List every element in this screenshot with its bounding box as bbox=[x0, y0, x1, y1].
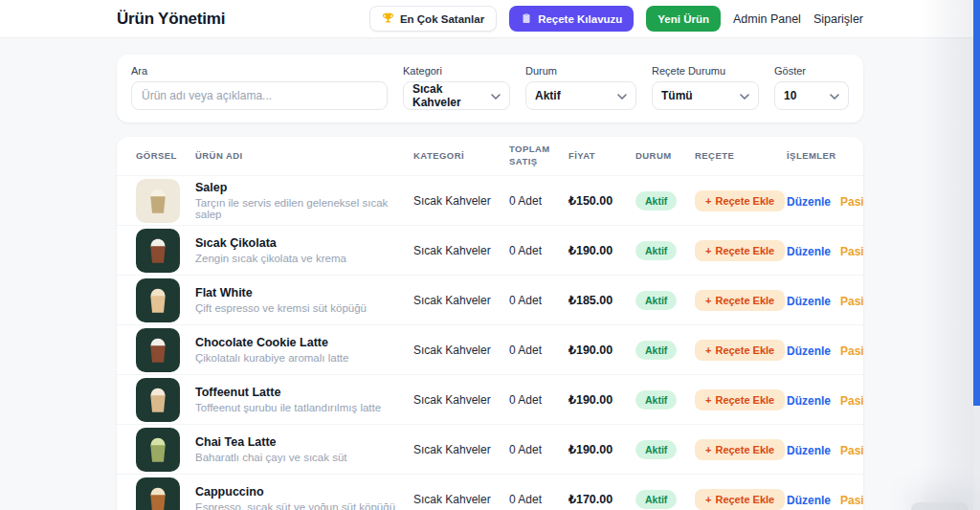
deactivate-link[interactable]: Pasif Yap bbox=[840, 494, 863, 507]
product-price: ₺190.00 bbox=[568, 243, 635, 257]
product-price: ₺150.00 bbox=[568, 193, 635, 208]
product-total-sales: 0 Adet bbox=[509, 443, 568, 456]
edit-link[interactable]: Düzenle bbox=[787, 394, 831, 408]
recipe-status-select[interactable]: Tümü bbox=[652, 81, 759, 110]
edit-link[interactable]: Düzenle bbox=[787, 245, 831, 258]
table-row: Toffeenut Latte Toffeenut şurubu ile tat… bbox=[117, 374, 863, 424]
plus-icon: + bbox=[705, 245, 711, 256]
add-recipe-button[interactable]: +Reçete Ekle bbox=[695, 240, 785, 261]
product-category: Sıcak Kahveler bbox=[413, 443, 509, 456]
corner-widget bbox=[911, 502, 969, 510]
column-header: KATEGORİ bbox=[413, 150, 509, 163]
product-category: Sıcak Kahveler bbox=[413, 344, 509, 357]
deactivate-link[interactable]: Pasif Yap bbox=[840, 394, 863, 408]
product-category: Sıcak Kahveler bbox=[413, 294, 509, 307]
new-product-button[interactable]: Yeni Ürün bbox=[646, 6, 721, 32]
orders-link[interactable]: Siparişler bbox=[813, 12, 863, 26]
product-price: ₺190.00 bbox=[568, 343, 635, 357]
product-name: Chai Tea Latte bbox=[195, 435, 413, 449]
status-badge: Aktif bbox=[635, 440, 677, 459]
column-header: FİYAT bbox=[568, 150, 635, 163]
best-sellers-button[interactable]: En Çok Satanlar bbox=[369, 6, 497, 32]
product-description: Toffeenut şurubu ile tatlandırılmış latt… bbox=[195, 402, 413, 413]
chevron-down-icon bbox=[830, 89, 839, 102]
deactivate-link[interactable]: Pasif Yap bbox=[840, 344, 863, 358]
product-name: Chocolate Cookie Latte bbox=[195, 336, 413, 349]
product-image bbox=[136, 477, 180, 510]
clipboard-icon bbox=[521, 12, 532, 26]
column-header: İŞLEMLER bbox=[787, 150, 863, 163]
product-price: ₺190.00 bbox=[568, 392, 635, 407]
edit-link[interactable]: Düzenle bbox=[787, 494, 831, 507]
deactivate-link[interactable]: Pasif Yap bbox=[840, 295, 863, 308]
status-select[interactable]: Aktif bbox=[525, 81, 636, 110]
scrollbar-track[interactable] bbox=[973, 0, 980, 510]
product-image bbox=[136, 179, 180, 223]
add-recipe-button[interactable]: +Reçete Ekle bbox=[695, 439, 785, 460]
product-name: Sıcak Çikolata bbox=[195, 236, 413, 250]
table-body: Salep Tarçın ile servis edilen gelenekse… bbox=[117, 175, 863, 510]
product-table: GÖRSELÜRÜN ADIKATEGORİTOPLAM SATIŞFİYATD… bbox=[117, 137, 863, 510]
page-title: Ürün Yönetimi bbox=[117, 10, 225, 29]
product-description: Espresso, sıcak süt ve yoğun süt köpüğü bbox=[195, 501, 413, 510]
add-recipe-button[interactable]: +Reçete Ekle bbox=[695, 489, 785, 510]
topbar: Ürün Yönetimi En Çok Satanlar Reçete Kıl… bbox=[0, 0, 980, 38]
edit-link[interactable]: Düzenle bbox=[787, 295, 831, 308]
edit-link[interactable]: Düzenle bbox=[787, 344, 831, 358]
edit-link[interactable]: Düzenle bbox=[787, 195, 831, 209]
admin-panel-link[interactable]: Admin Panel bbox=[733, 12, 801, 26]
product-total-sales: 0 Adet bbox=[509, 194, 568, 208]
add-recipe-button[interactable]: +Reçete Ekle bbox=[695, 340, 785, 361]
trophy-icon bbox=[382, 11, 394, 26]
product-image bbox=[136, 229, 180, 273]
deactivate-link[interactable]: Pasif Yap bbox=[840, 245, 863, 258]
table-row: Chai Tea Latte Baharatlı chai çayı ve sı… bbox=[117, 424, 863, 474]
right-edge-shade bbox=[921, 0, 973, 510]
topbar-actions: En Çok Satanlar Reçete Kılavuzu Yeni Ürü… bbox=[369, 6, 863, 32]
product-description: Zengin sıcak çikolata ve krema bbox=[195, 253, 413, 264]
product-total-sales: 0 Adet bbox=[509, 294, 568, 307]
category-select[interactable]: Sıcak Kahveler bbox=[403, 81, 510, 110]
product-image bbox=[136, 378, 180, 422]
column-header: TOPLAM SATIŞ bbox=[509, 144, 568, 168]
product-description: Çikolatalı kurabiye aromalı latte bbox=[195, 352, 413, 364]
recipe-status-label: Reçete Durumu bbox=[652, 65, 759, 77]
table-row: Flat White Çift espresso ve kremsi süt k… bbox=[117, 275, 863, 324]
product-name: Toffeenut Latte bbox=[195, 386, 413, 399]
product-image bbox=[136, 428, 180, 472]
page-size-select[interactable]: 10 bbox=[774, 81, 849, 110]
filter-bar: Ara Kategori Sıcak Kahveler Durum Aktif … bbox=[117, 55, 863, 122]
product-price: ₺170.00 bbox=[568, 492, 635, 506]
product-price: ₺190.00 bbox=[568, 442, 635, 456]
add-recipe-button[interactable]: +Reçete Ekle bbox=[695, 290, 785, 311]
table-header-row: GÖRSELÜRÜN ADIKATEGORİTOPLAM SATIŞFİYATD… bbox=[117, 137, 863, 175]
status-badge: Aktif bbox=[635, 390, 677, 410]
category-label: Kategori bbox=[403, 65, 510, 77]
column-header: REÇETE bbox=[695, 150, 787, 163]
scrollbar-thumb[interactable] bbox=[973, 0, 980, 406]
search-input[interactable] bbox=[131, 81, 388, 110]
chevron-down-icon bbox=[740, 89, 749, 102]
plus-icon: + bbox=[705, 444, 711, 455]
product-price: ₺185.00 bbox=[568, 293, 635, 307]
status-badge: Aktif bbox=[635, 241, 677, 260]
column-header: GÖRSEL bbox=[136, 150, 195, 163]
product-description: Baharatlı chai çayı ve sıcak süt bbox=[195, 452, 413, 463]
chevron-down-icon bbox=[617, 89, 627, 102]
product-name: Flat White bbox=[195, 286, 413, 299]
recipe-guide-button[interactable]: Reçete Kılavuzu bbox=[509, 6, 634, 32]
product-category: Sıcak Kahveler bbox=[413, 493, 509, 506]
status-badge: Aktif bbox=[635, 291, 677, 310]
product-image bbox=[136, 278, 180, 322]
edit-link[interactable]: Düzenle bbox=[787, 444, 831, 457]
deactivate-link[interactable]: Pasif Yap bbox=[840, 195, 863, 209]
product-total-sales: 0 Adet bbox=[509, 393, 568, 407]
product-name: Salep bbox=[195, 181, 413, 194]
column-header: ÜRÜN ADI bbox=[195, 150, 413, 163]
deactivate-link[interactable]: Pasif Yap bbox=[840, 444, 863, 457]
product-category: Sıcak Kahveler bbox=[413, 393, 509, 407]
product-name: Cappuccino bbox=[195, 485, 413, 499]
add-recipe-button[interactable]: +Reçete Ekle bbox=[695, 389, 785, 410]
product-image bbox=[136, 328, 180, 372]
add-recipe-button[interactable]: +Reçete Ekle bbox=[695, 190, 785, 211]
